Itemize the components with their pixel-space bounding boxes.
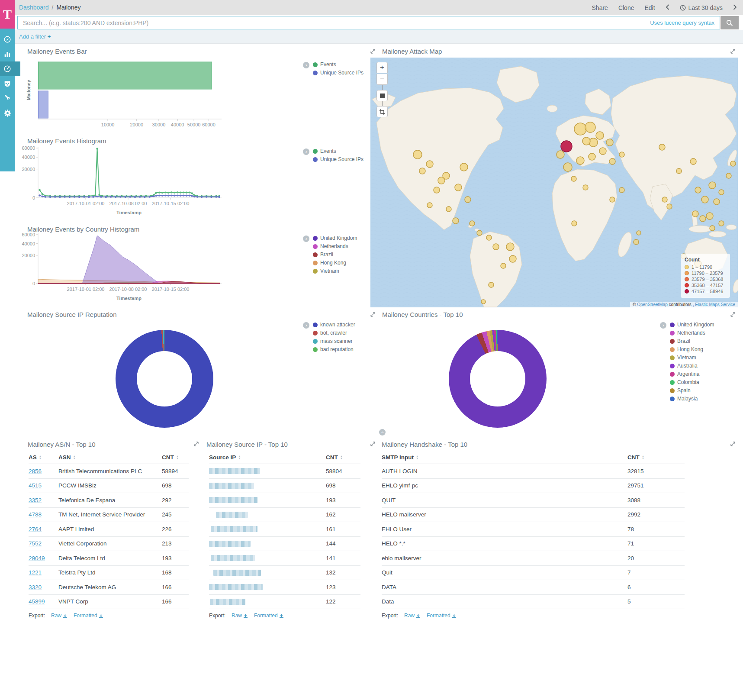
legend-toggle-icon[interactable]: › (303, 235, 309, 242)
clone-button[interactable]: Clone (618, 4, 634, 11)
as-number-link[interactable]: 29049 (29, 555, 45, 561)
as-number-link[interactable]: 45899 (29, 598, 45, 605)
legend-item-label[interactable]: Brazil (677, 338, 690, 344)
openstreetmap-link[interactable]: OpenStreetMap (637, 302, 668, 307)
panel-title-countries[interactable]: Mailoney Countries - Top 10 (382, 311, 463, 318)
legend-item-label[interactable]: Argentina (677, 371, 699, 377)
as-number-link[interactable]: 7552 (29, 540, 42, 547)
legend-item-label[interactable]: Colombia (677, 379, 699, 385)
export-formatted-link[interactable]: Formatted (254, 613, 284, 619)
panel-title-source-ip-table[interactable]: Mailoney Source IP - Top 10 (206, 441, 288, 448)
expand-panel-icon[interactable] (193, 441, 199, 447)
legend-item-label[interactable]: Events (320, 61, 336, 68)
legend-toggle-icon[interactable]: › (303, 62, 309, 68)
legend-item-label[interactable]: Netherlands (320, 243, 348, 249)
export-formatted-link[interactable]: Formatted (74, 613, 103, 619)
legend-item-label[interactable]: Australia (677, 363, 698, 369)
column-header-cnt[interactable]: CNT▲▼ (162, 454, 189, 461)
sidebar-item-discover[interactable] (0, 32, 15, 47)
column-header-cnt[interactable]: CNT▲▼ (627, 454, 685, 461)
events-bar-chart[interactable]: 100002000030000400005000060000Mailoney (17, 45, 260, 132)
panel-title-handshake-table[interactable]: Mailoney Handshake - Top 10 (382, 441, 467, 448)
share-button[interactable]: Share (592, 4, 608, 11)
as-number-link[interactable]: 2764 (29, 526, 42, 532)
export-raw-link[interactable]: Raw (404, 613, 421, 619)
table-row: 141 (209, 551, 360, 566)
map-legend-title: Count (685, 257, 726, 263)
panel-title-asn-table[interactable]: Mailoney AS/N - Top 10 (28, 441, 95, 448)
map-zoom-in-button[interactable]: + (376, 62, 388, 73)
edit-button[interactable]: Edit (644, 4, 655, 11)
time-back-button[interactable] (666, 4, 669, 11)
column-header-asn[interactable]: ASN▲▼ (58, 454, 162, 461)
table-row: EHLO User 78 (382, 522, 685, 537)
as-number-link[interactable]: 1221 (29, 569, 42, 576)
map-legend-label: 35368 – 47157 (692, 283, 723, 288)
add-filter-button[interactable]: Add a filter + (19, 33, 51, 40)
legend-item-label[interactable]: Spain (677, 387, 691, 394)
export-formatted-link[interactable]: Formatted (427, 613, 457, 619)
legend-item-label[interactable]: mass scanner (320, 338, 353, 344)
telekom-logo[interactable]: T (0, 0, 15, 29)
column-header-smtp-input[interactable]: SMTP Input▲▼ (382, 454, 627, 461)
as-number-link[interactable]: 4788 (29, 511, 42, 518)
as-number-link[interactable]: 3320 (29, 584, 42, 590)
map-draw-filter-button[interactable] (376, 106, 388, 117)
attack-map[interactable]: + − Count 1 – 11790 11790 – 23579 23579 … (370, 58, 738, 307)
expand-panel-icon[interactable] (370, 312, 376, 317)
search-button[interactable] (720, 16, 739, 29)
legend-item-label[interactable]: Hong Kong (320, 260, 346, 266)
expand-panel-icon[interactable] (730, 441, 736, 447)
sidebar-item-dev-tools[interactable] (0, 91, 15, 106)
legend-toggle-icon[interactable]: › (660, 322, 666, 329)
sidebar-item-timelion[interactable] (0, 76, 15, 91)
country-histogram-chart[interactable]: 02000040000600002017-10-01 02:002017-10-… (17, 223, 260, 310)
as-number-link[interactable]: 3352 (29, 497, 42, 503)
legend-item-label[interactable]: Malaysia (677, 396, 698, 402)
expand-panel-icon[interactable] (370, 441, 376, 447)
legend-item-label[interactable]: Events (320, 148, 336, 154)
panel-title-attack-map[interactable]: Mailoney Attack Map (382, 48, 442, 55)
lucene-syntax-link[interactable]: Uses lucene query syntax (650, 19, 714, 26)
time-forward-button[interactable] (733, 4, 737, 11)
collapse-row-icon[interactable]: › (379, 429, 386, 435)
map-fit-bounds-button[interactable] (376, 90, 388, 101)
legend-item-label[interactable]: bot, crawler (320, 330, 347, 336)
legend-toggle-icon[interactable]: › (303, 148, 309, 155)
legend-item-label[interactable]: Netherlands (677, 330, 705, 336)
expand-panel-icon[interactable] (730, 48, 736, 54)
breadcrumb-dashboard-link[interactable]: Dashboard (19, 4, 49, 11)
legend-item-label[interactable]: Vietnam (320, 268, 339, 274)
legend-item-label[interactable]: United Kingdom (320, 235, 357, 241)
legend-item-label[interactable]: Unique Source IPs (320, 156, 363, 162)
elastic-maps-link[interactable]: Elastic Maps Service (695, 302, 735, 307)
as-number-link[interactable]: 4515 (29, 482, 42, 489)
legend-item-label[interactable]: Unique Source IPs (320, 70, 363, 76)
column-header-as[interactable]: AS▲▼ (29, 454, 58, 461)
sidebar-item-management[interactable] (0, 106, 15, 120)
time-picker[interactable]: Last 30 days (680, 4, 723, 11)
redacted-ip (209, 483, 254, 489)
column-header-source-ip[interactable]: Source IP▲▼ (209, 454, 326, 461)
legend-item: Hong Kong (670, 347, 714, 352)
legend-item-label[interactable]: Brazil (320, 252, 333, 258)
column-header-cnt[interactable]: CNT▲▼ (326, 454, 360, 461)
expand-panel-icon[interactable] (370, 48, 376, 54)
legend-item: Spain (670, 388, 714, 393)
events-histogram-chart[interactable]: 02000040000600002017-10-01 02:002017-10-… (17, 130, 260, 223)
legend-item-label[interactable]: Hong Kong (677, 346, 703, 352)
sidebar-item-visualize[interactable] (0, 47, 15, 61)
map-zoom-out-button[interactable]: − (376, 74, 388, 85)
legend-item-label[interactable]: bad reputation (320, 346, 354, 352)
expand-panel-icon[interactable] (730, 312, 736, 317)
export-raw-link[interactable]: Raw (232, 613, 248, 619)
search-input[interactable] (18, 16, 720, 29)
legend-item-label[interactable]: Vietnam (677, 355, 696, 361)
legend-item-label[interactable]: United Kingdom (677, 322, 714, 328)
legend-item-label[interactable]: known attacker (320, 322, 355, 328)
as-number-link[interactable]: 2856 (29, 468, 42, 474)
table-row: 58804 (209, 464, 360, 479)
cnt-cell: 245 (162, 511, 189, 518)
export-raw-link[interactable]: Raw (51, 613, 68, 619)
legend-toggle-icon[interactable]: › (303, 322, 309, 329)
